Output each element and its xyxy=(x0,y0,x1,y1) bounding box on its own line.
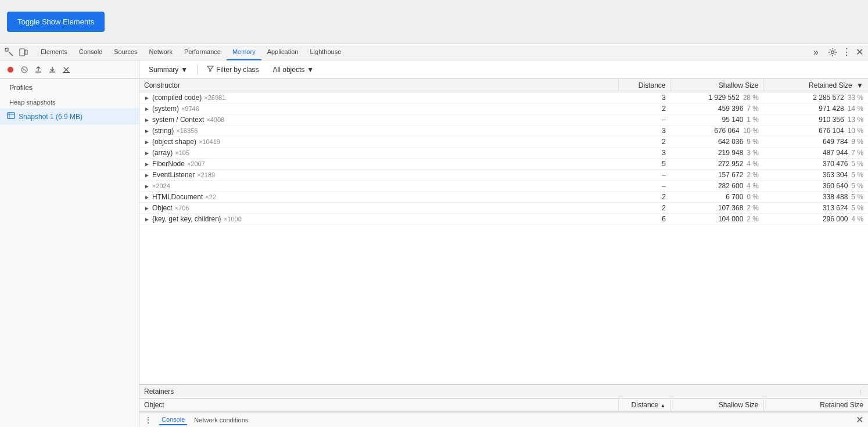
svg-rect-8 xyxy=(63,72,70,73)
shallow-size-cell: 1 929 55228 % xyxy=(670,92,763,103)
retainers-content[interactable]: Object Distance ▲ Shallow Size Retained … xyxy=(139,399,868,412)
network-conditions-tab[interactable]: Network conditions xyxy=(192,415,250,425)
table-row[interactable]: ► Object ×706 2107 3682 %313 6245 % xyxy=(139,203,868,214)
retained-size-cell: 338 4885 % xyxy=(763,192,868,203)
count-badge: ×4008 xyxy=(206,116,224,123)
retainers-col-distance[interactable]: Distance ▲ xyxy=(618,399,670,412)
download-icon[interactable] xyxy=(46,64,58,76)
settings-icon[interactable] xyxy=(826,48,840,57)
retainers-distance-label: Distance xyxy=(632,401,659,409)
retainers-header: Retainers ⋮ xyxy=(139,385,868,399)
snapshot-label: Snapshot 1 (6.9 MB) xyxy=(19,113,83,121)
tab-sources[interactable]: Sources xyxy=(108,44,143,60)
expand-arrow[interactable]: ► xyxy=(144,194,150,200)
count-badge: ×2007 xyxy=(187,160,205,167)
constructor-cell: ► (object shape) ×10419 xyxy=(139,137,618,148)
filter-by-class-button[interactable]: Filter by class xyxy=(202,64,263,75)
more-tabs-icon[interactable]: » xyxy=(811,47,821,58)
upload-icon[interactable] xyxy=(33,64,44,76)
close-console-icon[interactable]: ✕ xyxy=(856,414,863,425)
retainers-col-shallow[interactable]: Shallow Size xyxy=(670,399,763,412)
svg-rect-3 xyxy=(25,50,27,55)
heap-table[interactable]: Constructor Distance Shallow Size Retain… xyxy=(139,79,868,385)
toolbar-separator xyxy=(197,64,198,75)
table-row[interactable]: ► EventListener ×2189 –157 6722 %363 304… xyxy=(139,170,868,181)
constructor-name: (array) xyxy=(152,149,173,157)
table-row[interactable]: ► (array) ×105 3219 9483 %487 9447 % xyxy=(139,148,868,159)
table-row[interactable]: ► ×2024 –282 6004 %360 6405 % xyxy=(139,181,868,192)
expand-arrow[interactable]: ► xyxy=(144,216,150,223)
expand-arrow[interactable]: ► xyxy=(144,161,150,167)
retained-size-cell: 649 7849 % xyxy=(763,137,868,148)
count-badge: ×105 xyxy=(175,149,189,156)
expand-arrow[interactable]: ► xyxy=(144,95,150,101)
col-header-constructor[interactable]: Constructor xyxy=(139,79,618,92)
tab-console[interactable]: Console xyxy=(73,44,108,60)
shallow-size-cell: 642 0369 % xyxy=(670,137,763,148)
table-row[interactable]: ► HTMLDocument ×22 26 7000 %338 4885 % xyxy=(139,192,868,203)
count-badge: ×706 xyxy=(175,204,189,211)
devtools-tabs-bar: Elements Console Sources Network Perform… xyxy=(0,44,868,60)
tab-elements[interactable]: Elements xyxy=(35,44,73,60)
distance-cell: 2 xyxy=(618,203,670,214)
distance-cell: 3 xyxy=(618,125,670,137)
close-devtools-icon[interactable]: ✕ xyxy=(853,46,866,58)
table-row[interactable]: ► (string) ×16356 3676 06410 %676 10410 … xyxy=(139,125,868,137)
all-objects-label: All objects xyxy=(273,66,305,74)
expand-arrow[interactable]: ► xyxy=(144,139,150,145)
table-row[interactable]: ► FiberNode ×2007 5272 9524 %370 4765 % xyxy=(139,159,868,170)
svg-rect-1 xyxy=(5,48,6,49)
retainers-object-label: Object xyxy=(144,401,164,409)
table-row[interactable]: ► {key, get key, children} ×1000 6104 00… xyxy=(139,214,868,225)
distance-cell: 3 xyxy=(618,92,670,103)
record-icon[interactable] xyxy=(5,64,16,76)
device-icon[interactable] xyxy=(16,45,30,59)
svg-rect-2 xyxy=(20,49,24,56)
retainers-col-retained[interactable]: Retained Size xyxy=(763,399,868,412)
table-row[interactable]: ► (system) ×9746 2459 3967 %971 42814 % xyxy=(139,103,868,114)
summary-dropdown[interactable]: Summary ▼ xyxy=(144,64,192,75)
svg-point-5 xyxy=(8,67,13,73)
count-badge: ×26981 xyxy=(204,94,225,101)
expand-arrow[interactable]: ► xyxy=(144,183,150,189)
constructor-name: ×2024 xyxy=(152,182,170,190)
clear-icon[interactable] xyxy=(60,64,72,76)
table-row[interactable]: ► (compiled code) ×26981 31 929 55228 %2… xyxy=(139,92,868,103)
expand-arrow[interactable]: ► xyxy=(144,117,150,123)
expand-arrow[interactable]: ► xyxy=(144,205,150,211)
console-menu-icon[interactable]: ⋮ xyxy=(144,415,152,425)
expand-arrow[interactable]: ► xyxy=(144,128,150,134)
tab-lighthouse[interactable]: Lighthouse xyxy=(304,44,347,60)
tab-performance[interactable]: Performance xyxy=(178,44,227,60)
tab-memory[interactable]: Memory xyxy=(227,44,261,60)
stop-icon[interactable] xyxy=(19,64,30,76)
col-header-distance[interactable]: Distance xyxy=(618,79,670,92)
all-objects-select[interactable]: All objects ▼ xyxy=(268,64,319,75)
expand-arrow[interactable]: ► xyxy=(144,106,150,112)
col-header-retained[interactable]: Retained Size ▼ xyxy=(763,79,868,92)
inspect-icon[interactable] xyxy=(2,45,16,59)
console-bar: ⋮ Console Network conditions ✕ xyxy=(139,412,868,427)
col-header-shallow[interactable]: Shallow Size xyxy=(670,79,763,92)
expand-arrow[interactable]: ► xyxy=(144,172,150,178)
table-row[interactable]: ► (object shape) ×10419 2642 0369 %649 7… xyxy=(139,137,868,148)
toggle-show-elements-button[interactable]: Toggle Show Elements xyxy=(7,12,105,32)
constructor-name: (compiled code) xyxy=(152,94,202,102)
constructor-name: system / Context xyxy=(152,116,204,124)
retainers-col-object[interactable]: Object xyxy=(139,399,618,412)
expand-arrow[interactable]: ► xyxy=(144,150,150,156)
distance-cell: 2 xyxy=(618,137,670,148)
shallow-size-cell: 282 6004 % xyxy=(670,181,763,192)
tab-network[interactable]: Network xyxy=(144,44,178,60)
constructor-cell: ► FiberNode ×2007 xyxy=(139,159,618,170)
snapshot-item[interactable]: Snapshot 1 (6.9 MB) xyxy=(0,108,139,125)
count-badge: ×9746 xyxy=(181,105,199,112)
more-options-icon[interactable]: ⋮ xyxy=(840,46,853,58)
tab-application[interactable]: Application xyxy=(261,44,304,60)
table-row[interactable]: ► system / Context ×4008 –95 1401 %910 3… xyxy=(139,114,868,125)
constructor-name: Object xyxy=(152,204,173,212)
constructor-cell: ► HTMLDocument ×22 xyxy=(139,192,618,203)
console-tab[interactable]: Console xyxy=(159,415,187,425)
retainers-title: Retainers xyxy=(144,387,174,396)
constructor-cell: ► Object ×706 xyxy=(139,203,618,214)
